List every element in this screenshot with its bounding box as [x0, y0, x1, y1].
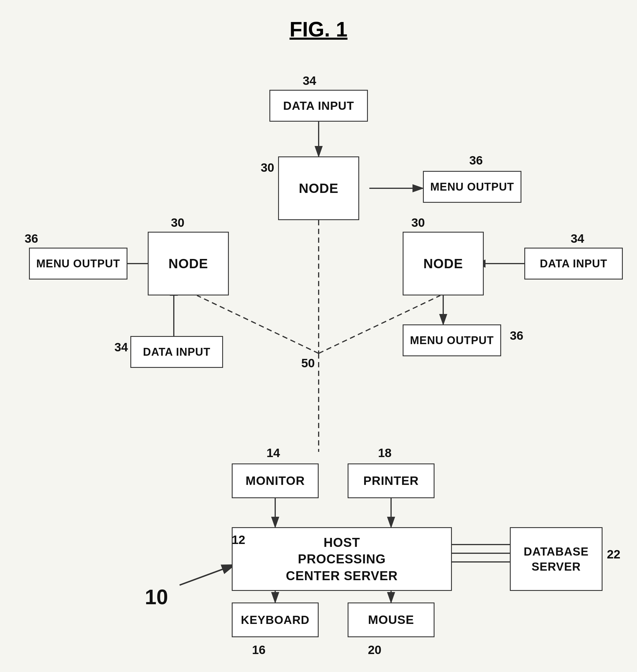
- right-menu-output-box: MENU OUTPUT: [403, 324, 501, 356]
- host-box: HOST PROCESSING CENTER SERVER: [232, 527, 452, 591]
- left-menu-output-ref: 36: [25, 232, 38, 246]
- left-data-input-ref: 34: [114, 340, 128, 354]
- left-node-ref: 30: [171, 216, 184, 230]
- printer-box: PRINTER: [348, 464, 435, 498]
- left-data-input-box: DATA INPUT: [130, 336, 223, 368]
- host-label: HOST PROCESSING CENTER SERVER: [286, 534, 398, 584]
- right-data-input-box: DATA INPUT: [524, 248, 623, 279]
- top-data-input-box: DATA INPUT: [269, 90, 368, 122]
- database-ref: 22: [607, 547, 620, 561]
- mouse-box: MOUSE: [348, 602, 435, 637]
- top-data-input-ref: 34: [303, 74, 316, 88]
- host-ref: 12: [232, 533, 245, 547]
- right-data-input-ref: 34: [571, 232, 584, 246]
- svg-line-19: [180, 565, 235, 585]
- top-menu-output-ref: 36: [469, 153, 483, 167]
- top-node-ref: 30: [261, 161, 274, 175]
- printer-ref: 18: [378, 446, 392, 460]
- keyboard-box: KEYBOARD: [232, 602, 318, 637]
- junction-ref: 50: [301, 356, 315, 370]
- database-label: DATABASE SERVER: [524, 544, 589, 574]
- monitor-ref: 14: [267, 446, 280, 460]
- keyboard-ref: 16: [252, 643, 266, 657]
- database-box: DATABASE SERVER: [510, 527, 602, 591]
- top-node-box: NODE: [278, 157, 359, 220]
- top-menu-output-box: MENU OUTPUT: [423, 171, 522, 203]
- mouse-ref: 20: [368, 643, 382, 657]
- system-ref: 10: [145, 585, 168, 609]
- figure-title: FIG. 1: [289, 17, 347, 41]
- right-node-ref: 30: [411, 216, 425, 230]
- left-node-box: NODE: [148, 232, 229, 295]
- monitor-box: MONITOR: [232, 464, 318, 498]
- left-menu-output-box: MENU OUTPUT: [29, 248, 127, 279]
- right-menu-output-ref: 36: [510, 329, 524, 343]
- right-node-box: NODE: [403, 232, 484, 295]
